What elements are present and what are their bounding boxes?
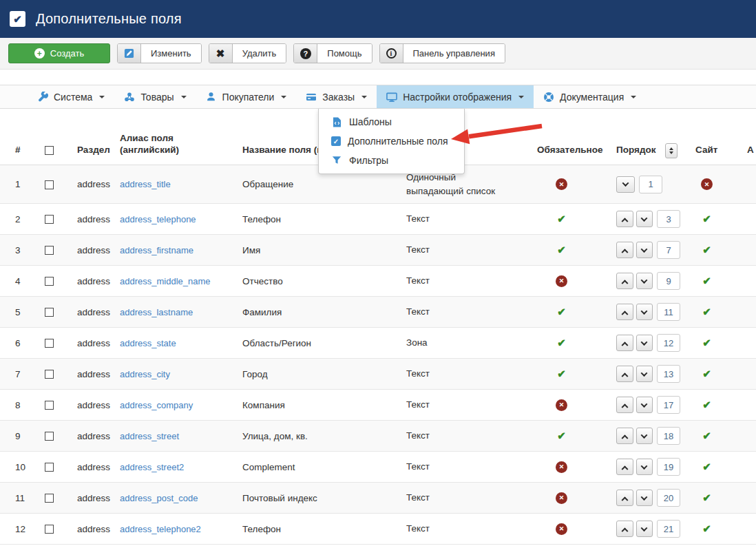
save-order-button[interactable] — [665, 143, 678, 158]
enabled-check-icon[interactable] — [702, 368, 711, 379]
disabled-cross-icon[interactable] — [556, 178, 567, 190]
order-value-input[interactable] — [639, 176, 662, 193]
enabled-check-icon[interactable] — [702, 492, 711, 503]
order-value-input[interactable] — [657, 241, 680, 259]
order-value-input[interactable] — [657, 365, 680, 383]
enabled-check-icon[interactable] — [702, 213, 711, 224]
order-up-button[interactable] — [616, 459, 633, 475]
order-down-button[interactable] — [636, 521, 653, 537]
dropdown-item-templates[interactable]: Шаблоны — [319, 112, 464, 132]
row-checkbox[interactable] — [45, 308, 54, 317]
order-down-button[interactable] — [636, 211, 653, 227]
delete-button[interactable]: Удалить — [209, 43, 287, 63]
row-checkbox[interactable] — [45, 246, 54, 255]
alias-link[interactable]: address_company — [120, 400, 193, 410]
row-checkbox[interactable] — [45, 463, 54, 472]
enabled-check-icon[interactable] — [557, 213, 566, 224]
disabled-cross-icon[interactable] — [556, 492, 567, 504]
enabled-check-icon[interactable] — [557, 306, 566, 317]
enabled-check-icon[interactable] — [702, 306, 711, 317]
enabled-check-icon[interactable] — [557, 244, 566, 255]
menu-item-products[interactable]: Товары — [114, 85, 196, 108]
menu-item-customers[interactable]: Покупатели — [196, 85, 297, 108]
row-number: 12 — [0, 524, 28, 534]
enabled-check-icon[interactable] — [702, 244, 711, 255]
enabled-check-icon[interactable] — [557, 337, 566, 348]
enabled-check-icon[interactable] — [702, 461, 711, 472]
enabled-check-icon[interactable] — [557, 368, 566, 379]
alias-link[interactable]: address_firstname — [120, 245, 193, 255]
order-down-button[interactable] — [636, 428, 653, 444]
order-down-button[interactable] — [636, 242, 653, 258]
order-up-button[interactable] — [616, 273, 633, 289]
alias-link[interactable]: address_city — [120, 369, 170, 379]
order-value-input[interactable] — [657, 427, 680, 445]
help-button[interactable]: Помощь — [293, 43, 372, 63]
dropdown-item-additional-fields[interactable]: Дополнительные поля — [319, 132, 464, 151]
order-up-button[interactable] — [616, 490, 633, 506]
enabled-check-icon[interactable] — [702, 523, 711, 534]
alias-link[interactable]: address_telephone2 — [120, 524, 201, 534]
order-value-input[interactable] — [657, 272, 680, 290]
alias-link[interactable]: address_title — [120, 179, 171, 189]
row-checkbox[interactable] — [45, 277, 54, 286]
row-checkbox[interactable] — [45, 215, 54, 224]
edit-button[interactable]: Изменить — [117, 43, 202, 63]
order-value-input[interactable] — [657, 458, 680, 476]
order-down-button[interactable] — [636, 304, 653, 320]
dropdown-item-filters[interactable]: Фильтры — [319, 151, 464, 170]
order-up-button[interactable] — [616, 335, 633, 351]
enabled-check-icon[interactable] — [702, 275, 711, 286]
order-up-button[interactable] — [616, 397, 633, 413]
alias-link[interactable]: address_state — [120, 338, 176, 348]
order-up-button[interactable] — [616, 211, 633, 227]
disabled-cross-icon[interactable] — [701, 178, 713, 190]
alias-link[interactable]: address_street — [120, 431, 179, 441]
order-value-input[interactable] — [657, 334, 680, 352]
alias-link[interactable]: address_street2 — [120, 462, 184, 472]
menu-item-display-settings[interactable]: Настройки отображения — [377, 85, 534, 108]
disabled-cross-icon[interactable] — [556, 461, 567, 473]
order-value-input[interactable] — [657, 520, 680, 538]
order-down-button[interactable] — [616, 176, 635, 193]
order-up-button[interactable] — [616, 428, 633, 444]
disabled-cross-icon[interactable] — [556, 399, 567, 411]
alias-link[interactable]: address_post_code — [120, 493, 198, 503]
select-all-checkbox[interactable] — [45, 146, 54, 155]
row-checkbox[interactable] — [45, 525, 54, 534]
row-checkbox[interactable] — [45, 339, 54, 348]
menu-item-documentation[interactable]: Документация — [534, 85, 646, 108]
alias-link[interactable]: address_telephone — [120, 214, 196, 224]
row-checkbox[interactable] — [45, 180, 54, 189]
enabled-check-icon[interactable] — [702, 399, 711, 410]
row-checkbox[interactable] — [45, 401, 54, 410]
order-value-input[interactable] — [657, 303, 680, 321]
create-button[interactable]: Создать — [8, 43, 110, 63]
order-value-input[interactable] — [657, 489, 680, 507]
order-up-button[interactable] — [616, 521, 633, 537]
order-value-input[interactable] — [657, 396, 680, 414]
enabled-check-icon[interactable] — [557, 430, 566, 441]
row-checkbox[interactable] — [45, 494, 54, 503]
order-up-button[interactable] — [616, 366, 633, 382]
order-down-button[interactable] — [636, 335, 653, 351]
order-down-button[interactable] — [636, 397, 653, 413]
order-up-button[interactable] — [616, 242, 633, 258]
order-down-button[interactable] — [636, 366, 653, 382]
enabled-check-icon[interactable] — [702, 430, 711, 441]
enabled-check-icon[interactable] — [702, 337, 711, 348]
row-checkbox[interactable] — [45, 370, 54, 379]
row-checkbox[interactable] — [45, 432, 54, 441]
alias-link[interactable]: address_middle_name — [120, 276, 211, 286]
order-value-input[interactable] — [657, 210, 680, 228]
alias-link[interactable]: address_lastname — [120, 307, 193, 317]
control-panel-button[interactable]: Панель управления — [379, 43, 505, 63]
order-up-button[interactable] — [616, 304, 633, 320]
order-down-button[interactable] — [636, 273, 653, 289]
menu-item-system[interactable]: Система — [28, 85, 114, 108]
order-down-button[interactable] — [636, 490, 653, 506]
menu-item-orders[interactable]: Заказы — [296, 85, 377, 108]
disabled-cross-icon[interactable] — [556, 523, 567, 535]
disabled-cross-icon[interactable] — [556, 275, 567, 287]
order-down-button[interactable] — [636, 459, 653, 475]
